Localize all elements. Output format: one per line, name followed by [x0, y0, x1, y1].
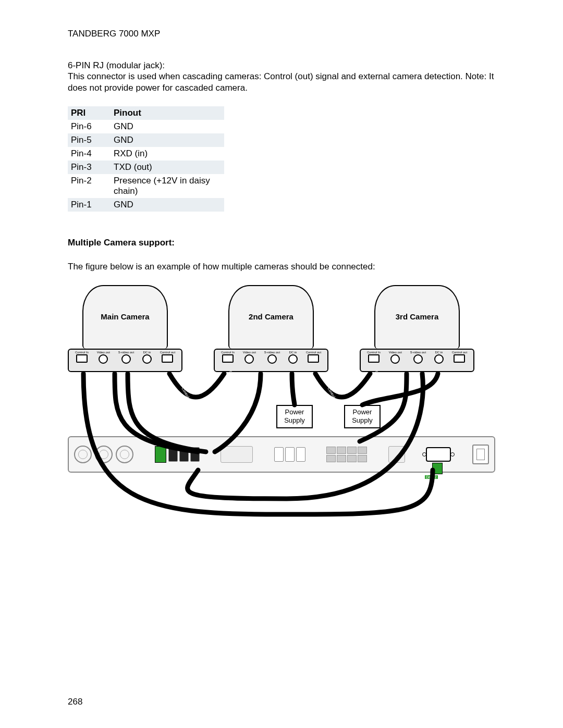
dc-in-port — [434, 354, 444, 364]
camera-base: Control In Video out S-video out DC in C… — [68, 349, 182, 372]
table-cell: GND — [111, 120, 224, 133]
codec-green-port — [155, 446, 166, 463]
psu-label-line2: Supply — [352, 416, 373, 424]
camera-wiring-diagram: Main Camera Control In Video out S-video… — [68, 285, 495, 535]
third-camera: 3rd Camera Control In Video out S-video … — [360, 285, 474, 372]
pinout-header-pri: PRI — [68, 106, 111, 120]
svideo-out-port — [267, 354, 277, 364]
port-label: Video out — [389, 351, 402, 354]
page-header-title: TANDBERG 7000 MXP — [68, 29, 495, 39]
control-in-port — [368, 354, 380, 363]
codec-data-port-label: Data 2 — [425, 475, 438, 479]
port-label: Video out — [243, 351, 256, 354]
port-label: DC in — [435, 351, 443, 354]
port-label: Control In — [367, 351, 381, 354]
codec-power-inlet — [472, 445, 489, 464]
psu-label-line1: Power — [285, 408, 304, 416]
svideo-out-port — [413, 354, 423, 364]
psu-label-line2: Supply — [284, 416, 305, 424]
video-out-port — [244, 354, 254, 364]
table-cell: Pin-1 — [68, 198, 111, 212]
rj-section: 6-PIN RJ (modular jack): This connector … — [68, 60, 495, 93]
codec-network-ports — [326, 447, 367, 462]
port-label: Control In — [75, 351, 89, 354]
cable-label-control-in: Control In — [222, 370, 232, 386]
port-label: Control In — [221, 351, 235, 354]
multi-camera-intro: The figure below is an example of how mu… — [68, 261, 495, 272]
video-out-port — [390, 354, 400, 364]
page-number: 268 — [68, 697, 82, 707]
dc-in-port — [142, 354, 152, 364]
codec-video-out-ports — [274, 447, 305, 462]
cable-label-control-in: Control In — [368, 370, 378, 386]
pinout-table: PRI Pinout Pin-6 GND Pin-5 GND Pin-4 RXD… — [68, 106, 224, 212]
cable-label-control-out: Control Out — [327, 387, 339, 405]
table-cell: Pin-5 — [68, 133, 111, 147]
svideo-out-port — [121, 354, 131, 364]
port-label: DC in — [289, 351, 297, 354]
table-cell: TXD (out) — [111, 161, 224, 174]
camera-label: 2nd Camera — [229, 312, 313, 321]
table-cell: GND — [111, 133, 224, 147]
cable-label-control-out: Control Out — [181, 387, 193, 405]
table-cell: Pin-6 — [68, 120, 111, 133]
control-in-port — [76, 354, 88, 363]
camera-label: Main Camera — [83, 312, 167, 321]
port-label: S-video out — [410, 351, 426, 354]
control-in-port — [222, 354, 234, 363]
camera-body: 2nd Camera — [228, 285, 314, 349]
table-cell: GND — [111, 198, 224, 212]
power-supply-box: Power Supply — [344, 405, 381, 428]
table-cell: Pin-4 — [68, 147, 111, 161]
port-label: Video out — [97, 351, 110, 354]
codec-block — [221, 446, 253, 463]
control-out-port — [454, 354, 465, 363]
control-out-port — [308, 354, 319, 363]
port-label: S-video out — [264, 351, 280, 354]
table-cell: RXD (in) — [111, 147, 224, 161]
port-label: DC in — [143, 351, 151, 354]
power-supply-box: Power Supply — [276, 405, 313, 428]
codec-audio-jacks — [74, 446, 133, 463]
table-cell: Pin-3 — [68, 161, 111, 174]
port-label: Control out — [452, 351, 467, 354]
codec-data-indicator — [432, 463, 443, 474]
camera-label: 3rd Camera — [375, 312, 459, 321]
multi-camera-heading: Multiple Camera support: — [68, 238, 495, 248]
camera-base: Control In Video out S-video out DC in C… — [360, 349, 474, 372]
port-label: S-video out — [118, 351, 134, 354]
port-label: Control out — [306, 351, 321, 354]
pinout-header-pinout: Pinout — [111, 106, 224, 120]
codec-video-in-ports — [168, 447, 200, 462]
psu-label-line1: Power — [353, 408, 372, 416]
table-cell: Presence (+12V in daisy chain) — [111, 174, 224, 198]
port-label: Control out — [160, 351, 175, 354]
control-out-port — [162, 354, 173, 363]
document-page: TANDBERG 7000 MXP 6-PIN RJ (modular jack… — [0, 0, 563, 728]
codec-block — [388, 446, 405, 463]
dc-in-port — [288, 354, 298, 364]
second-camera: 2nd Camera Control In Video out S-video … — [214, 285, 328, 372]
video-out-port — [99, 354, 108, 364]
main-camera: Main Camera Control In Video out S-video… — [68, 285, 182, 372]
codec-unit — [68, 436, 495, 473]
camera-body: 3rd Camera — [374, 285, 460, 349]
rj-description: This connector is used when cascading ca… — [68, 71, 494, 92]
table-cell: Pin-2 — [68, 174, 111, 198]
rj-subtitle: 6-PIN RJ (modular jack): — [68, 60, 165, 70]
camera-base: Control In Video out S-video out DC in C… — [214, 349, 328, 372]
camera-body: Main Camera — [82, 285, 168, 349]
codec-data-port — [426, 447, 451, 462]
